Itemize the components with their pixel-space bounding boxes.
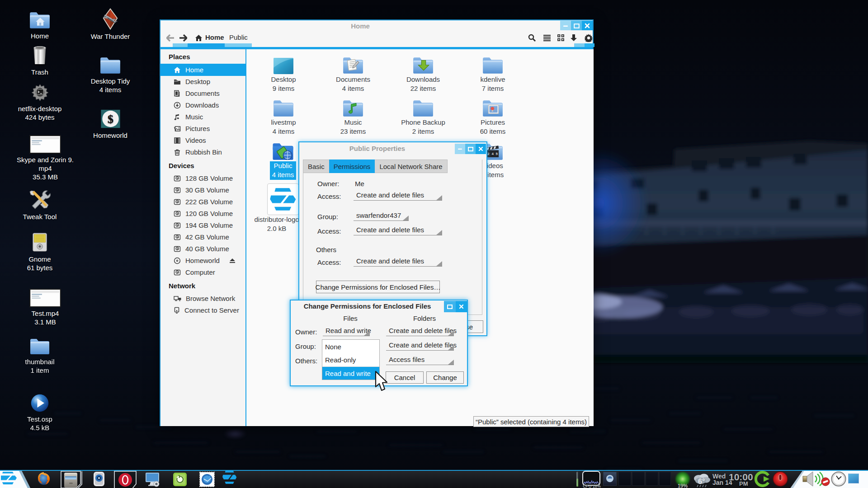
svg-text:19%: 19% <box>678 483 688 488</box>
svg-text:6°: 6° <box>698 478 705 485</box>
